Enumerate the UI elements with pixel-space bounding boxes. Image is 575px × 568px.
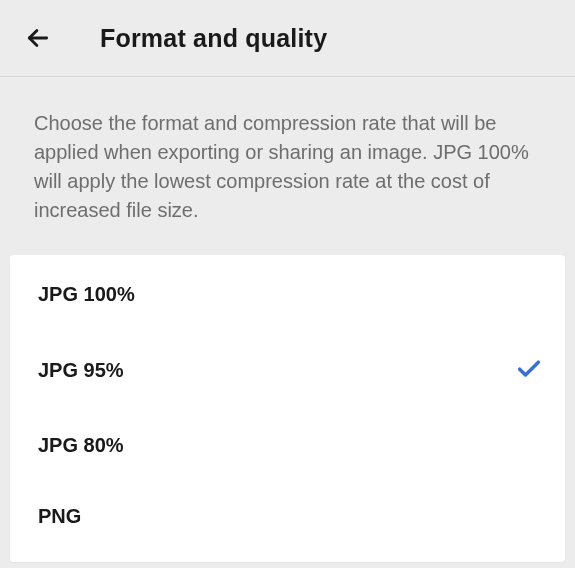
option-label: PNG (38, 505, 81, 528)
option-label: JPG 100% (38, 283, 135, 306)
option-label: JPG 80% (38, 434, 124, 457)
description-text: Choose the format and compression rate t… (0, 77, 575, 255)
option-jpg-80[interactable]: JPG 80% (10, 410, 565, 481)
option-jpg-100[interactable]: JPG 100% (10, 259, 565, 330)
options-card: JPG 100% JPG 95% JPG 80% PNG (10, 255, 565, 562)
check-icon (515, 354, 543, 386)
option-png[interactable]: PNG (10, 481, 565, 552)
option-label: JPG 95% (38, 359, 124, 382)
arrow-left-icon (25, 25, 51, 51)
option-jpg-95[interactable]: JPG 95% (10, 330, 565, 410)
back-button[interactable] (22, 22, 54, 54)
page-title: Format and quality (100, 24, 327, 53)
header: Format and quality (0, 0, 575, 77)
